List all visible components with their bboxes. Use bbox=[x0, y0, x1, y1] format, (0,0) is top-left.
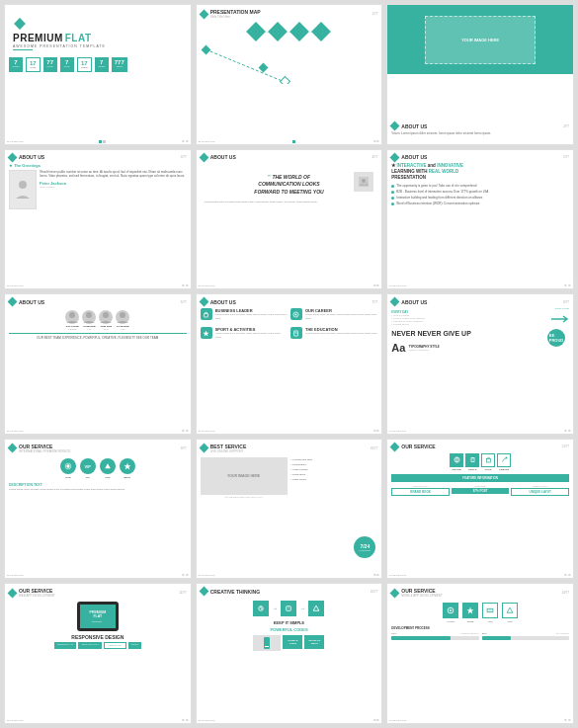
slide8-diamond bbox=[199, 297, 208, 307]
vip-label: VIP bbox=[86, 476, 90, 479]
slide-6-footer: FLAT PPT ### ⚙ ♻ bbox=[389, 284, 571, 287]
service-icons: LIVE VIP VIP TOP bbox=[9, 458, 187, 479]
ios-progress: 33% iOS VERSION bbox=[482, 632, 569, 640]
slide5-body: Lorem ipsum dolor sit amet lorem amet lo… bbox=[201, 201, 378, 203]
role-4: CFO bbox=[121, 328, 124, 330]
career-text-3: Lorem ipsum dolor sit amet, lorem ipsum … bbox=[215, 332, 288, 339]
executive-section: EXECUTIVE bbox=[549, 307, 569, 328]
slide11-image: YOUR IMAGE HERE bbox=[201, 457, 288, 495]
slide5-title: ABOUT US bbox=[210, 154, 236, 160]
pack-icon bbox=[481, 453, 495, 467]
support-sub: SUPPORT bbox=[359, 549, 371, 552]
tablet-device: PREMIUMFLATwww.herita... bbox=[77, 602, 119, 631]
progress-section: 67% ANDROID VERSION 33% iOS VERSION bbox=[391, 632, 569, 640]
slide2-sub: Slide Title Here bbox=[210, 15, 261, 19]
tools-label: TOOLS bbox=[468, 468, 477, 471]
slide3-header: ABOUT US 2/77 bbox=[391, 122, 569, 129]
responsive-title: RESPONSIVE DESIGN bbox=[9, 634, 187, 640]
svg-rect-38 bbox=[265, 646, 269, 647]
app-top: TOP bbox=[502, 603, 518, 623]
game-icon bbox=[443, 603, 458, 618]
svg-rect-34 bbox=[287, 607, 291, 611]
keep-simple: KEEP IT SIMPLE bbox=[201, 620, 378, 625]
feature-btn[interactable]: FEATURE INFORMATION bbox=[391, 474, 569, 482]
footer-page-12: ⚙ ♻ bbox=[564, 574, 571, 577]
svg-point-10 bbox=[103, 312, 109, 318]
team-tagline: OUR BEST TEAM. EXPERIENCE, POWERFUL, CRE… bbox=[9, 333, 187, 340]
slide-1: PREMIUM FLAT AWESOME PRESENTATION TEMPLA… bbox=[4, 4, 192, 145]
slide5-quote: " THE WORLD OF COMMUNICATION LOOKS FORWA… bbox=[201, 173, 378, 197]
footer-page: ⚙ ♻ bbox=[182, 140, 189, 143]
career-text-2: Lorem ipsum dolor sit amet, lorem ipsum … bbox=[305, 313, 377, 320]
online-icon bbox=[450, 453, 463, 467]
slide11-content: YOUR IMAGE HERE IMAGE DESCRIPTION TEXT X… bbox=[201, 457, 378, 499]
career-content-1: BUSINESS LEADER Lorem ipsum dolor sit am… bbox=[215, 308, 288, 320]
slide-13-footer: FLAT PPT ### ⚙ ♻ bbox=[7, 719, 189, 722]
desc-title: DESCRIPTION TEXT bbox=[9, 483, 187, 487]
brand-book: BRAND BOOK bbox=[391, 488, 450, 496]
footer-brand-5: FLAT PPT ### bbox=[199, 284, 215, 287]
bottom-tools: THE QUALITY BRAND BOOK PROVIDE 87% POST … bbox=[391, 485, 569, 496]
slide10-sub: INTERNATIONAL PREMIUM SERVICE bbox=[19, 449, 71, 453]
slide9-page: 8/77 bbox=[563, 300, 569, 304]
ads-icon bbox=[482, 603, 498, 618]
map-node-4 bbox=[312, 22, 332, 41]
svg-point-7 bbox=[362, 179, 366, 183]
version-4: DSGN bbox=[128, 642, 141, 649]
footer-brand-12: FLAT PPT ### bbox=[389, 574, 406, 577]
slide13-header: OUR SERVICE WEB APP DEVELOPMENT 12/77 bbox=[9, 588, 187, 598]
slide11-items: • Concept and Brief • Photography • Vide… bbox=[291, 457, 378, 482]
every-day-row: EVERY DAY • Gym & Fitness• Local & Globa… bbox=[391, 307, 569, 328]
post-label: 87% POST bbox=[452, 488, 510, 494]
slide5-diamond bbox=[199, 152, 208, 162]
slide-6: ABOUT US 5/77 ★ INTERACTIVE and INNOVATI… bbox=[386, 149, 574, 290]
slide4-person: Should never public number at some au ti… bbox=[9, 170, 187, 209]
image-icon bbox=[359, 177, 369, 187]
executive-label: EXECUTIVE bbox=[549, 307, 569, 310]
footer-page-10: ⚙ ♻ bbox=[182, 574, 189, 577]
ios-bar-fill bbox=[482, 636, 511, 640]
svg-point-5 bbox=[19, 181, 27, 189]
app-icons: GAME FREE ADS bbox=[391, 603, 569, 623]
slide15-diamond bbox=[390, 588, 400, 598]
svg-point-30 bbox=[505, 457, 507, 459]
role-3: CEO bbox=[104, 328, 108, 330]
slide8-page: 7/77 bbox=[372, 300, 377, 304]
typo-sub: Headline / Subheadline bbox=[408, 349, 439, 351]
stat-7: 777Items bbox=[112, 57, 127, 72]
slide11-sub: LIVE ONLINE SUPPORT bbox=[210, 449, 247, 453]
service-vip: VIP VIP bbox=[80, 458, 96, 479]
event-item: EVENT FLYR UNIQUE LAYUT bbox=[511, 485, 569, 496]
slide3-body: Vision: Lorem ipsum dolor sit amet, lore… bbox=[391, 131, 569, 135]
presentation-map-flow: → → → bbox=[201, 25, 378, 39]
powerful-codes: POWERFUL CODES bbox=[201, 627, 378, 632]
slide-5-footer: FLAT PPT ### ⚙ ♻ bbox=[199, 284, 380, 287]
role-1: President bbox=[68, 328, 76, 330]
top-label: TOP bbox=[508, 620, 513, 623]
slide2-header: PRESENTATION MAP Slide Title Here 1/77 bbox=[201, 9, 378, 19]
version-3: CREATIVITY bbox=[104, 642, 126, 649]
slide11-list: • Concept and Brief • Photography • Vide… bbox=[291, 457, 378, 499]
slide-14: CREATIVE THINKING 16/77 → → KEEP IT SIMP… bbox=[196, 583, 383, 724]
flow-icon-1 bbox=[253, 601, 269, 616]
avatar-4 bbox=[116, 310, 129, 324]
slide3-title: ABOUT US bbox=[401, 123, 427, 129]
live-label: LIVE bbox=[65, 476, 71, 479]
slide11-diamond bbox=[199, 444, 208, 453]
stat-1: 7Slides bbox=[9, 57, 23, 72]
version-1: VERSION 1.77 bbox=[54, 642, 77, 649]
footer-brand-15: FLAT PPT ### bbox=[389, 719, 406, 722]
slide-4-footer: FLAT PPT ### ⚙ ♻ bbox=[7, 284, 189, 287]
be-text: BEPROUD bbox=[549, 333, 563, 343]
stat-2: 17Icons bbox=[26, 57, 41, 72]
career-text-1: Lorem ipsum dolor sit amet, lorem ipsum … bbox=[215, 313, 288, 320]
app-ads: ADS bbox=[482, 603, 498, 623]
svg-marker-36 bbox=[314, 607, 320, 611]
slide3-image: YOUR IMAGE HERE bbox=[425, 16, 537, 64]
svg-rect-4 bbox=[280, 77, 289, 84]
stat-4: 7Color bbox=[60, 57, 74, 72]
tools-row: ONLINE TOOLS PACK bbox=[391, 453, 569, 471]
career-content-3: SPORT & ACTIVITIES Lorem ipsum dolor sit… bbox=[215, 327, 288, 339]
team-member-3: TOM DOE CEO bbox=[99, 310, 113, 330]
slide11-caption: IMAGE DESCRIPTION TEXT XXX bbox=[201, 496, 288, 499]
